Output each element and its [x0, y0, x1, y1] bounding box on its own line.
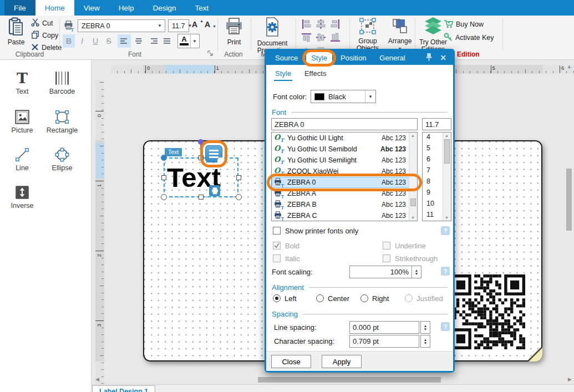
scrollbar-thumb[interactable] — [258, 377, 441, 383]
close-icon[interactable]: ✕ — [440, 53, 446, 62]
buy-now-button[interactable]: Buy Now — [444, 19, 484, 30]
activate-key-button[interactable]: Activate Key — [444, 32, 494, 43]
object-align-icon[interactable] — [301, 32, 312, 43]
italic-button[interactable]: I — [76, 34, 88, 48]
tool-inverse[interactable]: Inverse — [2, 183, 42, 210]
align-left-button[interactable] — [118, 34, 131, 48]
pin-icon[interactable] — [425, 53, 433, 63]
font-list[interactable]: OTYu Gothic UI LightAbc 123OTYu Gothic U… — [271, 132, 418, 221]
ribbon-tab-home[interactable]: Home — [35, 0, 74, 16]
tool-rectangle[interactable]: Rectangle — [42, 108, 82, 134]
cut-button[interactable]: Cut — [31, 18, 53, 29]
copy-button[interactable]: Copy — [31, 30, 58, 41]
scroll-up-icon[interactable]: ▲ — [567, 64, 572, 69]
scrollbar-thumb[interactable] — [566, 169, 572, 231]
resize-handle-w[interactable] — [161, 175, 166, 180]
print-button[interactable]: Print — [220, 17, 248, 50]
dialog-subtab-effects[interactable]: Effects — [303, 67, 328, 81]
list-scrollbar[interactable]: ▲ ▼ — [443, 133, 451, 221]
help-icon[interactable]: ? — [441, 322, 450, 331]
resize-handle-se[interactable] — [236, 194, 242, 200]
font-list-item[interactable]: OTYu Gothic UI LightAbc 123 — [272, 133, 417, 144]
object-align-icon[interactable] — [316, 32, 327, 43]
underline-button[interactable]: U — [89, 34, 101, 48]
object-align-icon[interactable] — [330, 19, 341, 30]
paste-button[interactable]: Paste — [3, 17, 29, 50]
font-scaling-spinner[interactable]: 100% ▲▼ — [349, 266, 421, 278]
ribbon-tab-text[interactable]: Text — [186, 0, 219, 16]
chevron-down-icon[interactable]: ▼ — [190, 34, 199, 48]
chevron-down-icon[interactable]: ▼ — [365, 90, 375, 103]
font-list-item[interactable]: TZEBRA CAbc 123 — [272, 210, 417, 221]
ribbon-tab-file[interactable]: File — [4, 0, 35, 16]
object-align-icon[interactable] — [330, 32, 341, 43]
dialog-tab-position[interactable]: Position — [336, 52, 371, 64]
document-tab[interactable]: Label Design 1 — [92, 385, 155, 392]
font-dialog-launcher-icon[interactable] — [207, 49, 213, 58]
font-list-item-selected[interactable]: TZEBRA 0Abc 123 — [272, 177, 417, 188]
scroll-up-icon[interactable]: ▲ — [445, 133, 449, 138]
align-right-button[interactable] — [146, 34, 160, 48]
tool-text[interactable]: TText — [2, 69, 42, 95]
dialog-subtab-style[interactable]: Style — [274, 67, 292, 81]
ribbon-tab-help[interactable]: Help — [109, 0, 144, 16]
shrink-font-button[interactable]: A▼ — [205, 20, 216, 32]
tool-ellipse[interactable]: Ellipse — [42, 145, 82, 172]
vertical-scrollbar[interactable]: ▲ ▼ — [565, 72, 573, 375]
help-icon[interactable]: ? — [441, 267, 450, 276]
group-objects-button[interactable]: Group Objects ▼ — [353, 17, 383, 50]
tool-barcode[interactable]: Barcode — [42, 69, 82, 95]
rotation-handle[interactable] — [198, 139, 204, 145]
apply-button[interactable]: Apply — [322, 355, 362, 368]
text-object-selection[interactable]: Text — [164, 157, 238, 197]
resize-handle-e[interactable] — [236, 175, 241, 180]
object-quick-menu-button[interactable] — [205, 145, 222, 162]
list-scrollbar[interactable]: ▲ ▼ — [409, 133, 417, 221]
size-list[interactable]: 4567891011 ▲ ▼ — [422, 132, 451, 221]
resize-handle-s[interactable] — [199, 195, 204, 200]
alignment-radio-left[interactable] — [273, 294, 281, 302]
alignment-radio-center[interactable] — [316, 294, 324, 302]
dialog-title-bar[interactable]: SourceStylePositionGeneral✕ — [266, 50, 453, 65]
ribbon-tab-design[interactable]: Design — [144, 0, 186, 16]
font-list-item[interactable]: OTZCOOL XiaoWeiAbc 123 — [272, 166, 417, 177]
bold-button[interactable]: B — [63, 34, 75, 48]
strikethrough-button[interactable]: S — [103, 34, 115, 48]
font-color-button[interactable]: A ▼ — [177, 34, 200, 48]
spin-buttons[interactable]: ▲▼ — [412, 266, 421, 278]
font-list-item[interactable]: OTYu Gothic UI SemilightAbc 123 — [272, 155, 417, 166]
spin-buttons[interactable]: ▲▼ — [420, 335, 430, 348]
align-justify-button[interactable] — [161, 34, 174, 48]
scrollbar-thumb[interactable] — [410, 198, 416, 206]
tool-picture[interactable]: Picture — [2, 108, 42, 134]
dialog-tab-source[interactable]: Source — [270, 52, 303, 64]
qr-code-object[interactable] — [450, 274, 525, 349]
document-properties-button[interactable]: Document Properties — [254, 17, 291, 50]
font-size-input[interactable]: 11.7 — [422, 118, 451, 130]
resize-handle-nw[interactable] — [161, 155, 167, 161]
font-list-item[interactable]: TZEBRA AAbc 123 — [272, 188, 417, 199]
scroll-down-icon[interactable]: ▼ — [445, 215, 449, 220]
ribbon-tab-view[interactable]: View — [74, 0, 109, 16]
show-printer-fonts-checkbox[interactable] — [273, 227, 281, 235]
horizontal-scrollbar[interactable]: ◀ ▶ — [94, 376, 563, 384]
arrange-button[interactable]: Arrange ▼ — [385, 17, 415, 50]
dialog-tab-style[interactable]: Style — [306, 52, 332, 64]
scrollbar-thumb[interactable] — [444, 139, 450, 164]
font-name-combo[interactable]: ZEBRA 0 ▼ — [78, 19, 165, 32]
font-size-combo[interactable]: 11.7 ▼ — [168, 19, 189, 32]
chevron-down-icon[interactable]: ▼ — [155, 23, 165, 28]
resize-handle-n[interactable] — [199, 155, 204, 160]
resize-handle-sw[interactable] — [161, 194, 167, 200]
font-name-input[interactable]: ZEBRA 0 — [271, 118, 418, 130]
grow-font-button[interactable]: A▲ — [192, 20, 203, 32]
font-color-select[interactable]: Black ▼ — [311, 90, 376, 103]
alignment-radio-right[interactable] — [360, 294, 368, 302]
spin-buttons[interactable]: ▲▼ — [420, 321, 430, 334]
line-spacing-input[interactable]: 0.000 pt — [349, 321, 419, 334]
font-list-item[interactable]: OTYu Gothic UI SemiboldAbc 123 — [272, 144, 417, 155]
scroll-right-icon[interactable]: ▶ — [568, 377, 572, 382]
scroll-down-icon[interactable]: ▼ — [411, 215, 415, 220]
tool-line[interactable]: Line — [2, 145, 42, 172]
dialog-tab-general[interactable]: General — [374, 52, 410, 64]
